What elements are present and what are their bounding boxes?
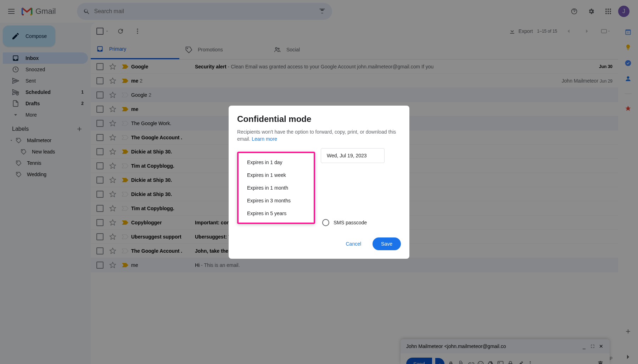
modal-title: Confidential mode — [237, 114, 401, 124]
sms-passcode-option[interactable]: SMS passcode — [322, 219, 401, 226]
cancel-button[interactable]: Cancel — [337, 237, 370, 250]
learn-more-link[interactable]: Learn more — [252, 136, 277, 142]
modal-overlay[interactable]: Confidential mode Recipients won't have … — [0, 0, 638, 364]
expiration-date-display[interactable]: Wed, Jul 19, 2023 — [321, 148, 385, 163]
expire-1-day[interactable]: Expires in 1 day — [239, 156, 314, 169]
expire-1-month[interactable]: Expires in 1 month — [239, 181, 314, 194]
expire-1-week[interactable]: Expires in 1 week — [239, 169, 314, 181]
radio-icon — [322, 219, 329, 226]
modal-description: Recipients won't have the option to forw… — [237, 128, 401, 142]
expiration-dropdown: Expires in 1 day Expires in 1 week Expir… — [237, 152, 315, 224]
expire-3-months[interactable]: Expires in 3 months — [239, 194, 314, 207]
confidential-modal: Confidential mode Recipients won't have … — [229, 106, 409, 259]
save-button[interactable]: Save — [373, 237, 401, 250]
expire-5-years[interactable]: Expires in 5 years — [239, 207, 314, 220]
